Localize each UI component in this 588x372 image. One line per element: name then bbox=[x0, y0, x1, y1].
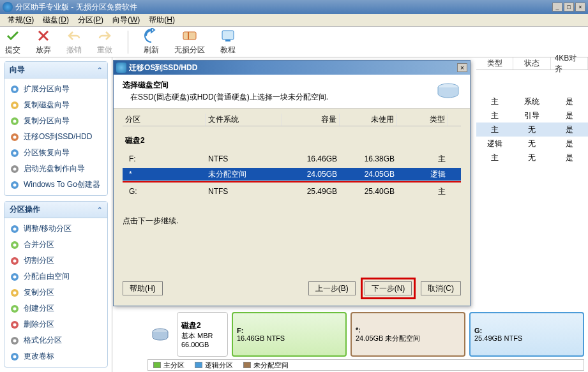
table-row[interactable]: 逻辑无是 bbox=[476, 137, 588, 151]
sidebar-item-format[interactable]: 格式化分区 bbox=[4, 332, 107, 348]
modal-column-header[interactable]: 未使用 bbox=[340, 114, 397, 126]
dialog-titlebar[interactable]: 迁移OS到SSD/HDD × bbox=[114, 61, 470, 75]
column-header[interactable]: 状态 bbox=[513, 57, 550, 70]
tool-check[interactable]: 提交 bbox=[5, 28, 20, 56]
table-row[interactable]: 主无是 bbox=[476, 123, 588, 137]
partition-*[interactable]: *:24.05GB 未分配空间 bbox=[351, 312, 465, 357]
resize-icon bbox=[10, 224, 20, 234]
allocate-icon bbox=[10, 272, 20, 282]
modal-column-header[interactable]: 文件系统 bbox=[206, 114, 282, 126]
svg-point-17 bbox=[13, 183, 17, 186]
legend: 主分区逻辑分区未分配空间 bbox=[147, 359, 584, 371]
back-button[interactable]: 上一步(B) bbox=[308, 281, 356, 295]
table-row[interactable]: 主系统是 bbox=[476, 94, 588, 108]
collapse-icon[interactable]: ⌃ bbox=[97, 66, 102, 73]
maximize-button[interactable]: □ bbox=[564, 3, 574, 11]
menu-p[interactable]: 分区(P) bbox=[74, 13, 107, 27]
sidebar-item-create[interactable]: 创建分区 bbox=[4, 301, 107, 316]
wizards-title: 向导 bbox=[10, 64, 25, 75]
menubar: 常规(G)磁盘(D)分区(P)向导(W)帮助(H) bbox=[0, 14, 588, 27]
disk-label: 磁盘2 bbox=[181, 320, 223, 331]
wtg-icon bbox=[10, 180, 20, 190]
dialog-heading: 选择磁盘空间 bbox=[123, 80, 169, 89]
svg-point-13 bbox=[13, 151, 17, 154]
modal-column-header[interactable]: 类型 bbox=[397, 114, 448, 126]
sidebar: 向导 ⌃ 扩展分区向导复制磁盘向导复制分区向导迁移OS到SSD/HDD分区恢复向… bbox=[0, 57, 112, 372]
cancel-button[interactable]: 取消(C) bbox=[421, 281, 461, 295]
undo-icon bbox=[66, 28, 82, 43]
column-header[interactable]: 4KB对齐 bbox=[551, 57, 588, 70]
modal-row[interactable]: F:NTFS16.46GB16.38GB主 bbox=[123, 153, 461, 165]
tool-refresh[interactable]: 刷新 bbox=[144, 28, 159, 56]
sidebar-item-migrate[interactable]: 迁移OS到SSD/HDD bbox=[4, 129, 107, 145]
sidebar-item-split[interactable]: 切割分区 bbox=[4, 253, 107, 269]
ops-header[interactable]: 分区操作 ⌃ bbox=[4, 202, 107, 218]
menu-h[interactable]: 帮助(H) bbox=[145, 13, 179, 27]
titlebar: 分区助手专业版 - 无损分区免费软件 _ □ × bbox=[0, 0, 588, 14]
create-icon bbox=[10, 304, 20, 314]
menu-w[interactable]: 向导(W) bbox=[109, 13, 144, 27]
dialog-subheading: 在SSD(固态硬盘)或HDD(普通硬盘)上选择一块未分配空间. bbox=[123, 92, 435, 103]
partition-F[interactable]: F:16.46GB NTFS bbox=[232, 312, 347, 357]
sidebar-item-delete[interactable]: 删除分区 bbox=[4, 316, 107, 332]
sidebar-item-bootdisc[interactable]: 启动光盘制作向导 bbox=[4, 161, 107, 177]
label-icon bbox=[10, 352, 20, 362]
menu-d[interactable]: 磁盘(D) bbox=[39, 13, 73, 27]
highlight-box: 下一步(N) bbox=[361, 278, 416, 299]
disk-size: 66.00GB bbox=[181, 341, 223, 348]
cancel-icon bbox=[36, 28, 51, 43]
modal-column-header[interactable]: 分区 bbox=[123, 114, 206, 126]
svg-point-23 bbox=[13, 259, 17, 262]
sidebar-item-copy[interactable]: 复制分区 bbox=[4, 285, 107, 301]
help-button[interactable]: 帮助(H) bbox=[123, 281, 163, 295]
svg-point-35 bbox=[13, 355, 17, 358]
modal-column-header[interactable]: 容量 bbox=[282, 114, 340, 126]
svg-point-7 bbox=[13, 103, 17, 107]
svg-rect-0 bbox=[183, 32, 196, 40]
partition-G[interactable]: G:25.49GB NTFS bbox=[469, 312, 584, 357]
next-button[interactable]: 下一步(N) bbox=[365, 281, 412, 295]
menu-g[interactable]: 常规(G) bbox=[4, 13, 38, 27]
sidebar-item-wtg[interactable]: Windows To Go创建器 bbox=[4, 177, 107, 193]
column-header[interactable]: 类型 bbox=[476, 57, 513, 70]
modal-row[interactable]: G:NTFS25.49GB25.40GB主 bbox=[123, 185, 461, 198]
tool-partition[interactable]: 无损分区 bbox=[174, 28, 205, 56]
collapse-icon[interactable]: ⌃ bbox=[97, 206, 102, 213]
split-icon bbox=[10, 256, 20, 266]
sidebar-item-label[interactable]: 更改卷标 bbox=[4, 348, 107, 364]
tool-tutorial[interactable]: 教程 bbox=[220, 28, 236, 56]
ops-panel: 分区操作 ⌃ 调整/移动分区合并分区切割分区分配自由空间复制分区创建分区删除分区… bbox=[4, 201, 108, 368]
svg-point-31 bbox=[13, 323, 17, 326]
sidebar-item-copypart[interactable]: 复制分区向导 bbox=[4, 113, 107, 129]
svg-point-29 bbox=[13, 307, 17, 310]
disk-icon bbox=[147, 312, 173, 357]
merge-icon bbox=[10, 240, 20, 250]
svg-point-21 bbox=[13, 243, 17, 246]
app-icon bbox=[3, 2, 13, 12]
disk-map: 磁盘2 基本 MBR 66.00GB F:16.46GB NTFS*:24.05… bbox=[147, 312, 584, 357]
sidebar-item-expand[interactable]: 扩展分区向导 bbox=[4, 81, 107, 97]
tool-cancel[interactable]: 放弃 bbox=[36, 28, 51, 56]
minimize-button[interactable]: _ bbox=[552, 3, 562, 11]
modal-row[interactable]: *未分配空间24.05GB24.05GB逻辑 bbox=[123, 168, 461, 181]
table-row[interactable]: 主引导是 bbox=[476, 108, 588, 123]
close-button[interactable]: × bbox=[575, 3, 585, 11]
legend-item: 未分配空间 bbox=[243, 361, 289, 370]
wizards-panel: 向导 ⌃ 扩展分区向导复制磁盘向导复制分区向导迁移OS到SSD/HDD分区恢复向… bbox=[4, 61, 108, 196]
sidebar-item-merge[interactable]: 合并分区 bbox=[4, 237, 107, 253]
sidebar-item-recover[interactable]: 分区恢复向导 bbox=[4, 145, 107, 161]
svg-point-25 bbox=[13, 275, 17, 278]
hint-text: 点击下一步继续. bbox=[123, 216, 461, 227]
disk-info[interactable]: 磁盘2 基本 MBR 66.00GB bbox=[177, 312, 228, 357]
table-row[interactable]: 主无是 bbox=[476, 151, 588, 165]
tool-redo: 重做 bbox=[97, 28, 112, 56]
tutorial-icon bbox=[220, 28, 236, 43]
sidebar-item-resize[interactable]: 调整/移动分区 bbox=[4, 221, 107, 237]
sidebar-item-allocate[interactable]: 分配自由空间 bbox=[4, 269, 107, 285]
sidebar-item-copydisk[interactable]: 复制磁盘向导 bbox=[4, 97, 107, 113]
copypart-icon bbox=[10, 116, 20, 126]
ops-title: 分区操作 bbox=[10, 204, 40, 215]
highlight-underline bbox=[123, 181, 461, 182]
wizards-header[interactable]: 向导 ⌃ bbox=[4, 62, 107, 78]
dialog-close-button[interactable]: × bbox=[457, 63, 467, 72]
